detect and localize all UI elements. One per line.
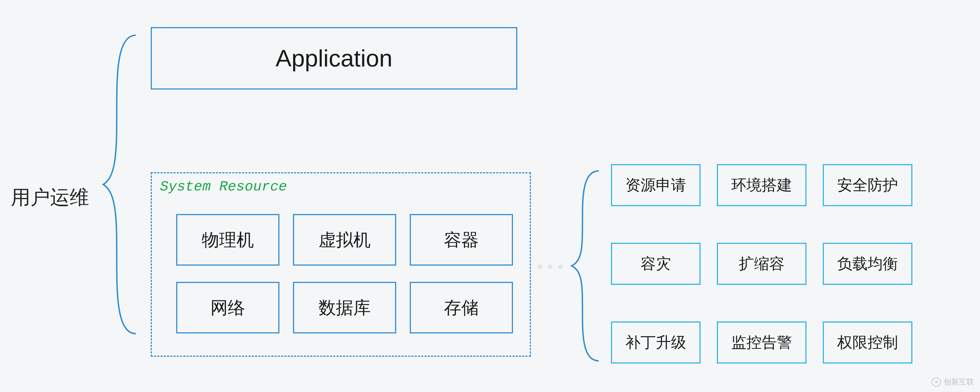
resource-box: 网络 bbox=[176, 282, 279, 333]
ops-task-label: 资源申请 bbox=[625, 175, 686, 195]
right-brace-icon bbox=[569, 168, 607, 363]
system-resource-container: System Resource 物理机 虚拟机 容器 网络 数据库 存储 bbox=[151, 172, 531, 357]
ops-task-label: 负载均衡 bbox=[837, 254, 898, 274]
ops-task-box: 权限控制 bbox=[823, 321, 912, 363]
resource-box: 存储 bbox=[410, 282, 513, 333]
watermark: ✕ 创新互联 bbox=[932, 377, 974, 387]
ops-task-label: 容灾 bbox=[641, 254, 671, 274]
resource-label: 网络 bbox=[210, 296, 245, 319]
resource-box: 虚拟机 bbox=[293, 214, 396, 266]
ops-task-box: 安全防护 bbox=[823, 164, 912, 206]
ops-task-box: 资源申请 bbox=[611, 164, 701, 206]
resource-label: 存储 bbox=[444, 296, 479, 319]
application-title: Application bbox=[275, 44, 393, 72]
application-box: Application bbox=[151, 27, 517, 89]
ops-task-label: 监控告警 bbox=[731, 332, 792, 353]
ops-task-label: 补丁升级 bbox=[625, 332, 686, 353]
ops-task-box: 补丁升级 bbox=[611, 321, 701, 363]
left-brace-icon bbox=[100, 33, 144, 336]
user-ops-label: 用户运维 bbox=[11, 184, 89, 211]
ops-task-box: 容灾 bbox=[611, 243, 701, 285]
resource-box: 容器 bbox=[410, 214, 513, 266]
ops-task-label: 扩缩容 bbox=[739, 254, 784, 274]
ops-task-label: 权限控制 bbox=[837, 332, 898, 353]
resource-box: 物理机 bbox=[176, 214, 279, 266]
ops-task-box: 环境搭建 bbox=[717, 164, 807, 206]
resource-label: 容器 bbox=[444, 228, 479, 252]
system-resource-title: System Resource bbox=[160, 179, 287, 195]
watermark-text: 创新互联 bbox=[943, 377, 974, 387]
resource-label: 虚拟机 bbox=[318, 228, 371, 252]
ops-task-box: 负载均衡 bbox=[823, 243, 912, 285]
resource-box: 数据库 bbox=[293, 282, 396, 333]
ops-task-label: 安全防护 bbox=[837, 175, 898, 195]
ops-task-box: 扩缩容 bbox=[717, 243, 807, 285]
diagram-canvas: 用户运维 Application System Resource 物理机 虚拟机… bbox=[0, 0, 980, 392]
resource-label: 数据库 bbox=[318, 296, 371, 319]
ops-task-label: 环境搭建 bbox=[731, 175, 792, 195]
watermark-logo-icon: ✕ bbox=[932, 377, 941, 387]
ellipsis-icon bbox=[538, 265, 563, 269]
ops-task-box: 监控告警 bbox=[717, 321, 807, 363]
resource-label: 物理机 bbox=[202, 228, 254, 252]
